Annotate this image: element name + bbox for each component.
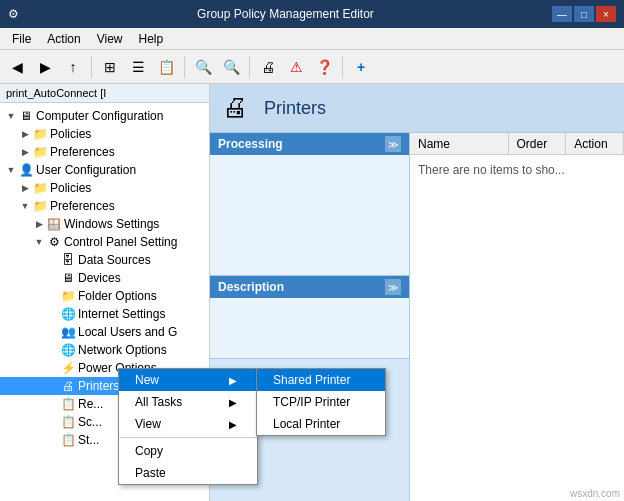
ctx-new[interactable]: New ▶: [119, 369, 257, 391]
tree-item-control-panel[interactable]: ▼ ⚙ Control Panel Setting: [0, 233, 209, 251]
tree-item-computer-config[interactable]: ▼ 🖥 Computer Configuration: [0, 107, 209, 125]
ctx-sep-1: [119, 437, 257, 438]
toolbar-sep-1: [91, 56, 92, 78]
menu-file[interactable]: File: [4, 30, 39, 48]
expander-computer-config[interactable]: ▼: [4, 109, 18, 123]
up-button[interactable]: ↑: [60, 54, 86, 80]
filter-button[interactable]: 🔍: [218, 54, 244, 80]
tree-item-user-policies[interactable]: ▶ 📁 Policies: [0, 179, 209, 197]
tree-item-user-config[interactable]: ▼ 👤 User Configuration: [0, 161, 209, 179]
window-title: Group Policy Management Editor: [19, 7, 552, 21]
sc-icon: 📋: [60, 414, 76, 430]
watermark: wsxdn.com: [570, 488, 620, 499]
ctx-all-tasks-arrow: ▶: [229, 397, 237, 408]
tree-item-local-users[interactable]: ▶ 👥 Local Users and G: [0, 323, 209, 341]
help-button[interactable]: ❓: [311, 54, 337, 80]
menu-action[interactable]: Action: [39, 30, 88, 48]
ctx-paste[interactable]: Paste: [119, 462, 257, 484]
tree-item-policies[interactable]: ▶ 📁 Policies: [0, 125, 209, 143]
processing-collapse-button[interactable]: ≫: [385, 136, 401, 152]
ctx-view[interactable]: View ▶: [119, 413, 257, 435]
gear-icon: ⚙: [46, 234, 62, 250]
tree-item-folder-options[interactable]: ▶ 📁 Folder Options: [0, 287, 209, 305]
tree-label-re: Re...: [78, 397, 103, 411]
expander-preferences[interactable]: ▶: [18, 145, 32, 159]
forward-button[interactable]: ▶: [32, 54, 58, 80]
print-button[interactable]: 🖨: [255, 54, 281, 80]
sub-tcpip-printer[interactable]: TCP/IP Printer: [257, 391, 385, 413]
col-name[interactable]: Name: [410, 133, 509, 154]
expander-windows-settings[interactable]: ▶: [32, 217, 46, 231]
tree-label-st: St...: [78, 433, 99, 447]
ctx-all-tasks[interactable]: All Tasks ▶: [119, 391, 257, 413]
content-columns: Processing ≫ Description ≫ Name Order: [210, 133, 624, 501]
devices-icon: 🖥: [60, 270, 76, 286]
processing-pane-content: [210, 155, 409, 275]
tree-label-local-users: Local Users and G: [78, 325, 177, 339]
power-icon: ⚡: [60, 360, 76, 376]
tree-header: print_AutoConnect [I: [0, 84, 209, 103]
expander-user-policies[interactable]: ▶: [18, 181, 32, 195]
tree-item-devices[interactable]: ▶ 🖥 Devices: [0, 269, 209, 287]
sub-local-printer[interactable]: Local Printer: [257, 413, 385, 435]
description-label: Description: [218, 280, 284, 294]
tree-label-network-options: Network Options: [78, 343, 167, 357]
toolbar-sep-4: [342, 56, 343, 78]
back-button[interactable]: ◀: [4, 54, 30, 80]
list-empty-message: There are no items to sho...: [410, 155, 624, 185]
sub-shared-printer-label: Shared Printer: [273, 373, 350, 387]
toolbar-sep-3: [249, 56, 250, 78]
description-collapse-button[interactable]: ≫: [385, 279, 401, 295]
processing-label: Processing: [218, 137, 283, 151]
tree-label-devices: Devices: [78, 271, 121, 285]
show-hide-button[interactable]: ⊞: [97, 54, 123, 80]
properties-button[interactable]: 📋: [153, 54, 179, 80]
close-button[interactable]: ×: [596, 6, 616, 22]
right-list: Name Order Action There are no items to …: [410, 133, 624, 501]
description-pane: Description ≫: [210, 276, 409, 359]
menu-bar: File Action View Help: [0, 28, 624, 50]
list-view-button[interactable]: ☰: [125, 54, 151, 80]
folder-icon-3: 📁: [32, 180, 48, 196]
warning-button[interactable]: ⚠: [283, 54, 309, 80]
processing-pane-header[interactable]: Processing ≫: [210, 133, 409, 155]
printer-icon: 🖨: [60, 378, 76, 394]
tree-item-network-options[interactable]: ▶ 🌐 Network Options: [0, 341, 209, 359]
maximize-button[interactable]: □: [574, 6, 594, 22]
re-icon: 📋: [60, 396, 76, 412]
tree-item-preferences[interactable]: ▶ 📁 Preferences: [0, 143, 209, 161]
folder-icon: 📁: [32, 126, 48, 142]
menu-help[interactable]: Help: [131, 30, 172, 48]
col-order[interactable]: Order: [509, 133, 567, 154]
folder-icon-2: 📁: [32, 144, 48, 160]
tree-item-internet-settings[interactable]: ▶ 🌐 Internet Settings: [0, 305, 209, 323]
sub-shared-printer[interactable]: Shared Printer: [257, 369, 385, 391]
search-button[interactable]: 🔍: [190, 54, 216, 80]
ctx-view-arrow: ▶: [229, 419, 237, 430]
tree-label-policies: Policies: [50, 127, 91, 141]
menu-view[interactable]: View: [89, 30, 131, 48]
datasource-icon: 🗄: [60, 252, 76, 268]
tree-item-user-preferences[interactable]: ▼ 📁 Preferences: [0, 197, 209, 215]
ctx-copy[interactable]: Copy: [119, 440, 257, 462]
expander-control-panel[interactable]: ▼: [32, 235, 46, 249]
ctx-copy-label: Copy: [135, 444, 163, 458]
description-pane-content: [210, 298, 409, 358]
user-icon: 👤: [18, 162, 34, 178]
minimize-button[interactable]: —: [552, 6, 572, 22]
expander-user-config[interactable]: ▼: [4, 163, 18, 177]
tree-item-data-sources[interactable]: ▶ 🗄 Data Sources: [0, 251, 209, 269]
expander-user-preferences[interactable]: ▼: [18, 199, 32, 213]
list-header: Name Order Action: [410, 133, 624, 155]
tree-item-windows-settings[interactable]: ▶ 🪟 Windows Settings: [0, 215, 209, 233]
col-action[interactable]: Action: [566, 133, 624, 154]
tree-label-user-preferences: Preferences: [50, 199, 115, 213]
add-button[interactable]: +: [348, 54, 374, 80]
tree-label-control-panel: Control Panel Setting: [64, 235, 177, 249]
toolbar-sep-2: [184, 56, 185, 78]
tree-label-folder-options: Folder Options: [78, 289, 157, 303]
window-controls[interactable]: — □ ×: [552, 6, 616, 22]
description-pane-header[interactable]: Description ≫: [210, 276, 409, 298]
expander-policies[interactable]: ▶: [18, 127, 32, 141]
tree-label-printers: Printers: [78, 379, 119, 393]
